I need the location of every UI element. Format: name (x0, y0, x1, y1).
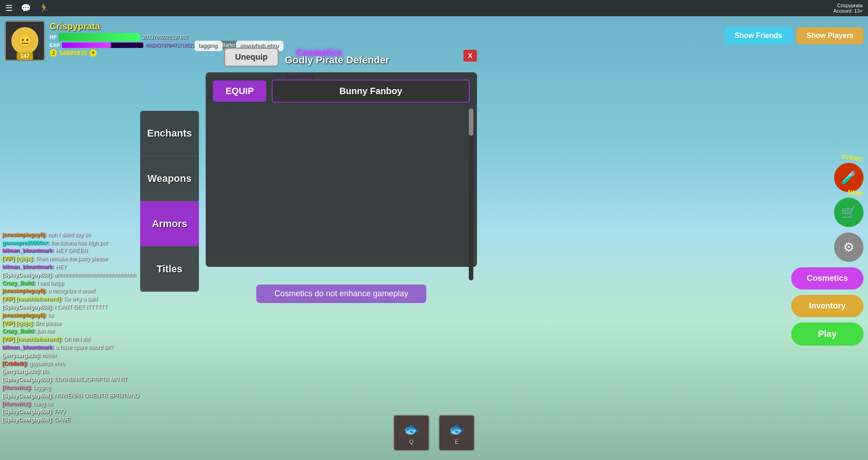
list-item: [SpisyCoolguy608]: FAQ (2, 408, 156, 416)
list-item: gonoopre20000cr: the katana has high pot (2, 239, 156, 247)
quick-slots: 🐟 Q 🐟 E (393, 415, 475, 451)
quick-slot-e[interactable]: 🐟 E (439, 415, 475, 451)
hp-label: HP (50, 34, 57, 40)
gold-icon: J (50, 49, 57, 57)
sidebar-categories: Enchants Weapons Armors Titles (140, 111, 199, 292)
quick-slot-e-icon: 🐟 (448, 421, 465, 437)
list-item: bilman_blountmark: HEY (2, 263, 156, 271)
inventory-button[interactable]: Inventory (791, 295, 863, 317)
exp-bar-wrap: EXP 4602437978/471718621 (50, 43, 194, 48)
chat-icon[interactable]: 💬 (21, 3, 31, 13)
top-right-buttons: Show Friends Show Players (725, 27, 863, 44)
panel-top-row: EQUIP Bunny Fanboy (213, 80, 470, 103)
equip-button[interactable]: EQUIP (213, 81, 266, 102)
avatar-box: 😐 147 (5, 20, 45, 61)
show-players-button[interactable]: Show Players (797, 27, 863, 44)
player-hud: 😐 147 Crispyprata HP 20337892/20337892 E… (5, 20, 194, 61)
quick-slot-e-key: E (455, 439, 458, 445)
cart-button[interactable]: 🛒 (834, 198, 863, 227)
cart-icon: 🛒 (841, 205, 857, 220)
category-weapons[interactable]: Weapons (140, 156, 199, 201)
list-item: [jerrysargado]: mister (2, 352, 156, 360)
list-item: [VIP] [neanhiblhonerd]: So why u said (2, 295, 156, 303)
scrollbar-thumb[interactable] (469, 109, 473, 136)
list-item: [VIP] [neanhiblhonerd]: Oh hh i did (2, 336, 156, 343)
gear-icon: ⚙ (843, 240, 854, 255)
list-item: [SpisyCoolguy608]: NGWENHB OI4ENTR BPRJT… (2, 392, 156, 400)
list-item: [VIP] [cjbjs]: Bro please (2, 320, 156, 327)
scrollbar-track[interactable] (469, 109, 473, 280)
list-item: [VIP] [cjbjs]: Then remake the party ple… (2, 255, 156, 263)
add-gold-button[interactable]: + (90, 49, 97, 57)
list-item: jonesimpleguy8j: lol (2, 312, 156, 319)
list-item: Crazy_Build: I ned helpp (2, 280, 156, 287)
gold-amount: 54885835 (59, 49, 87, 57)
menu-icon[interactable]: ☰ (5, 3, 13, 13)
list-item: [Crb8stk]: gsyuvhub ehru (2, 360, 156, 368)
unequip-button[interactable]: Unequip (224, 47, 279, 67)
list-item: [Horowicz]: lagging (2, 384, 156, 392)
list-item: bilman_blountmark: HEY GREEN (2, 247, 156, 255)
world-bubble-1: lagging (194, 41, 222, 51)
player-name: Crispyprata (50, 21, 194, 32)
play-button[interactable]: Play (791, 322, 863, 346)
category-armors[interactable]: Armors (140, 201, 199, 247)
event-button[interactable]: 🧪 (834, 163, 863, 192)
list-item: [SpisyCoolguy608]: EDNHBN4EJOPRPTK MN RT (2, 376, 156, 384)
category-titles[interactable]: Titles (140, 247, 199, 292)
panel-body: EQUIP Bunny Fanboy (206, 72, 477, 267)
category-enchants[interactable]: Enchants (140, 111, 199, 156)
list-item: Crazy_Build: join me (2, 327, 156, 335)
cosmetics-tab-button[interactable]: Cosmetics (296, 47, 342, 58)
character-icon[interactable]: 🏃 (39, 3, 49, 13)
list-item: jonesimpleguy8j: u recognize it urself (2, 287, 156, 295)
exp-bar-outer (62, 43, 143, 48)
item-name-box: Bunny Fanboy (272, 80, 470, 103)
cosmetics-panel: Unequip Cosmetics X EQUIP Bunny Fanboy C… (206, 72, 477, 267)
event-icon: 🧪 (841, 170, 857, 185)
right-icon-buttons: EVENT! 🧪 NEW! 🛒 ⚙ Cosmetics Inventory Pl… (791, 163, 863, 346)
quick-slot-q[interactable]: 🐟 Q (393, 415, 429, 451)
exp-text: 4602437978/471718621 (146, 43, 194, 48)
list-item: bilman_blountmark: u have spare sword si… (2, 344, 156, 351)
list-item: [SpisyCoolguy608]: ahhhhhhhhhhhhhhhhhhhh… (2, 271, 156, 279)
list-item: [SpisyCoolguy608]: GAME (2, 416, 156, 424)
list-item: [jerrysargado]: pls (2, 368, 156, 375)
hp-bar-inner (59, 33, 140, 41)
cosmetics-right-button[interactable]: Cosmetics (791, 267, 863, 289)
quick-slot-q-icon: 🐟 (403, 421, 420, 437)
hp-bar-outer (59, 33, 140, 41)
level-badge: 147 (17, 52, 33, 60)
account-type: Account: 13+ (833, 8, 863, 14)
event-btn-wrap: EVENT! 🧪 (834, 163, 863, 192)
username-display: Crispyprata (837, 3, 863, 8)
show-friends-button[interactable]: Show Friends (725, 27, 792, 44)
top-bar: ☰ 💬 🏃 Crispyprata Account: 13+ (0, 0, 868, 16)
player-stats: Crispyprata HP 20337892/20337892 EXP 460… (50, 20, 194, 57)
hp-bar-wrap: HP 20337892/20337892 (50, 33, 194, 41)
list-item: [Horowicz]: hang on (2, 400, 156, 408)
exp-bar-inner (62, 43, 111, 48)
cosmetics-note: Cosmetics do not enhance gameplay (256, 285, 426, 303)
close-button[interactable]: X (463, 50, 477, 62)
gold-row: J 54885835 + (50, 49, 194, 57)
account-info: Crispyprata Account: 13+ (833, 3, 863, 14)
chat-box: jonesimpleguy8j: nah I didnt say so gono… (2, 231, 156, 424)
exp-label: EXP (50, 43, 60, 48)
hp-text: 20337892/20337892 (142, 34, 188, 40)
list-item: jonesimpleguy8j: nah I didnt say so (2, 231, 156, 239)
list-item: [SpisyCoolguy608]: I CANT GET ITTTTTT (2, 304, 156, 311)
avatar-face: 😐 (11, 27, 38, 54)
quick-slot-q-key: Q (409, 439, 413, 445)
cart-btn-wrap: NEW! 🛒 (834, 198, 863, 227)
settings-button[interactable]: ⚙ (834, 232, 863, 262)
